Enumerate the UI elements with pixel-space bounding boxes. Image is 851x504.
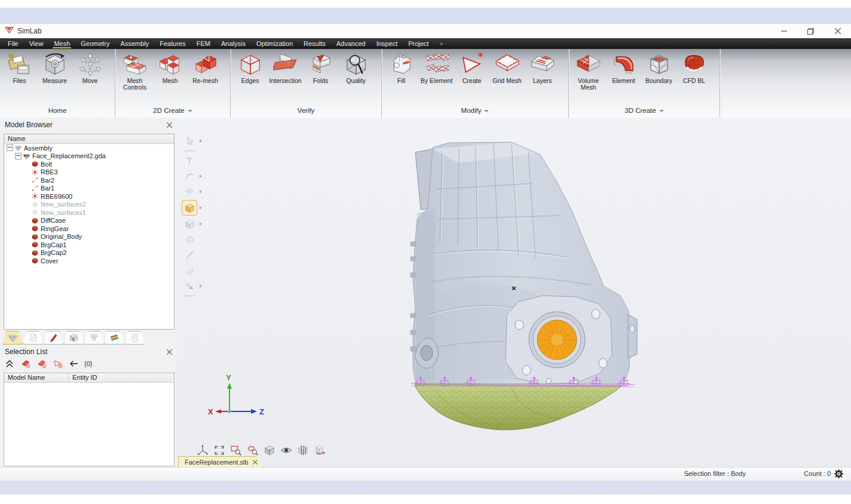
tree-item-diffcase[interactable]: DiffCase bbox=[4, 217, 174, 225]
menu-item-assembly[interactable]: Assembly bbox=[115, 38, 155, 49]
panel-tab-script-tab-icon[interactable] bbox=[125, 331, 145, 345]
tree-item-original-body[interactable]: Original_Body bbox=[4, 233, 174, 241]
ribbon-fill-button[interactable]: Fill bbox=[384, 52, 419, 84]
transmission-case-model[interactable]: × bbox=[411, 142, 637, 430]
gear-icon[interactable] bbox=[834, 469, 844, 479]
tree-item-new-surfaces1[interactable]: New_surfaces1 bbox=[4, 208, 174, 217]
panel-tab-bodies-tab-icon[interactable] bbox=[3, 331, 23, 345]
filter-tool-needle-icon[interactable] bbox=[182, 248, 197, 262]
ribbon-mesh-controls-button[interactable]: Mesh Controls bbox=[117, 52, 152, 91]
expander-icon[interactable] bbox=[15, 153, 22, 159]
panel-tab-cube-n-tab-icon[interactable]: N bbox=[64, 331, 84, 345]
menu-item-fem[interactable]: FEM bbox=[191, 38, 216, 49]
viewport-3d[interactable]: × Y Z X FaceReplacement.slb bbox=[177, 118, 851, 468]
menu-item-analysis[interactable]: Analysis bbox=[216, 38, 251, 49]
menu-item-file[interactable]: File bbox=[2, 38, 24, 49]
filter-tool-face-icon[interactable] bbox=[182, 185, 197, 199]
view-tool-zoom-window-icon[interactable] bbox=[229, 444, 243, 457]
view-tool-mesh-display-icon[interactable] bbox=[263, 444, 276, 457]
ribbon-boundary-button[interactable]: Boundary bbox=[641, 52, 676, 84]
panel-tab-eraser-tab-icon[interactable] bbox=[105, 331, 124, 345]
menu-item-geometry[interactable]: Geometry bbox=[75, 38, 115, 49]
menu-item-optimization[interactable]: Optimization bbox=[251, 38, 298, 49]
ribbon-files-button[interactable]: Files bbox=[2, 52, 37, 84]
filter-tool-plane-icon[interactable] bbox=[182, 263, 197, 278]
tree-item-bar2[interactable]: Bar2 bbox=[4, 176, 174, 185]
close-button[interactable] bbox=[824, 24, 851, 38]
filter-tool-cursor-icon[interactable] bbox=[182, 134, 197, 148]
expander-icon[interactable] bbox=[7, 145, 13, 151]
tree-item-ringgear[interactable]: RingGear bbox=[4, 225, 174, 233]
menu-item-advanced[interactable]: Advanced bbox=[331, 38, 371, 49]
filter-tool-cube-icon[interactable] bbox=[182, 217, 197, 231]
selection-list-close-icon[interactable] bbox=[167, 349, 172, 355]
menu-item-mesh[interactable]: Mesh bbox=[48, 38, 75, 49]
panel-tab-spheres-tab-icon[interactable] bbox=[84, 331, 104, 345]
filter-tool-sphere-icon[interactable] bbox=[182, 232, 197, 247]
selection-tool-clear-body2-icon[interactable] bbox=[36, 358, 48, 370]
filter-tool-big-arrow-icon[interactable] bbox=[182, 279, 197, 293]
view-tool-zoom-lasso-icon[interactable] bbox=[246, 444, 259, 457]
flyout-arrow-icon[interactable] bbox=[200, 206, 202, 210]
ribbon-element-button[interactable]: Element bbox=[606, 52, 641, 84]
panel-tab-pen-tab-icon[interactable] bbox=[44, 331, 63, 345]
view-tool-fit-icon[interactable] bbox=[213, 444, 226, 457]
ribbon-layers-button[interactable]: Layers bbox=[525, 52, 560, 84]
tree-item-brgcap2[interactable]: BrgCap2 bbox=[4, 249, 174, 257]
view-tool-hide-internal-icon[interactable] bbox=[296, 444, 310, 457]
menu-item-plus[interactable]: + bbox=[434, 38, 448, 49]
tree-item-rbe3[interactable]: RBE3 bbox=[4, 168, 174, 177]
tree-item-bar1[interactable]: Bar1 bbox=[4, 185, 174, 193]
selection-tool-clear-face-icon[interactable] bbox=[52, 358, 64, 370]
model-browser-close-icon[interactable] bbox=[167, 122, 172, 128]
ribbon-folds-button[interactable]: Folds bbox=[303, 52, 338, 84]
ribbon-re-mesh-button[interactable]: Re-mesh bbox=[188, 52, 223, 84]
ribbon-edges-button[interactable]: Edges bbox=[232, 52, 268, 84]
ribbon-grid-mesh-button[interactable]: Grid Mesh bbox=[489, 52, 525, 84]
view-tool-visibility-icon[interactable] bbox=[280, 444, 293, 457]
tree-item-face-replacement2-gda[interactable]: Face_Replacement2.gda bbox=[4, 152, 174, 161]
filter-tool-cube-select-icon[interactable] bbox=[182, 200, 197, 216]
ribbon-by-element-button[interactable]: By Element bbox=[419, 52, 454, 84]
panel-tab-tag-tab-icon[interactable] bbox=[23, 331, 43, 345]
tree-item-assembly[interactable]: Assembly bbox=[4, 144, 174, 152]
selection-tool-collapse-icon[interactable] bbox=[4, 358, 16, 370]
tree-item-rbe69600[interactable]: RBE69600 bbox=[4, 192, 174, 201]
ribbon-intersection-button[interactable]: Intersection bbox=[268, 52, 303, 84]
ribbon-caption-modify[interactable]: Modify bbox=[382, 103, 568, 118]
document-tab[interactable]: FaceReplacement.slb bbox=[178, 456, 263, 468]
flyout-arrow-icon[interactable] bbox=[200, 174, 202, 178]
flyout-arrow-icon[interactable] bbox=[200, 222, 202, 226]
ribbon-quality-button[interactable]: Quality bbox=[338, 52, 374, 84]
menu-item-results[interactable]: Results bbox=[298, 38, 331, 49]
document-tab-close-icon[interactable] bbox=[253, 460, 258, 465]
ribbon-create-button[interactable]: Create bbox=[454, 52, 489, 84]
filter-tool-curve-icon[interactable] bbox=[182, 169, 197, 183]
selection-tool-back-arrow-icon[interactable] bbox=[68, 358, 80, 370]
tree-item-cover[interactable]: Cover bbox=[4, 257, 174, 265]
filter-tool-curve-t-icon[interactable] bbox=[182, 153, 197, 168]
selection-tool-clear-body-icon[interactable] bbox=[20, 358, 32, 370]
tree-item-bolt[interactable]: Bolt bbox=[4, 160, 174, 168]
ribbon-cfd-bl-button[interactable]: CFD BL bbox=[676, 52, 712, 84]
ribbon-move-button[interactable]: Move bbox=[72, 52, 108, 84]
tree-item-new-surfaces2[interactable]: New_surfaces2 bbox=[4, 201, 174, 209]
ribbon-caption-3d-create[interactable]: 3D Create bbox=[569, 103, 720, 118]
minimize-button[interactable] bbox=[770, 24, 797, 38]
flyout-arrow-icon[interactable] bbox=[200, 284, 202, 288]
view-tool-rotate-model-icon[interactable] bbox=[313, 444, 326, 457]
viewport-canvas[interactable]: × Y Z X bbox=[177, 118, 851, 468]
flyout-arrow-icon[interactable] bbox=[200, 190, 202, 193]
view-tool-triad-tool-icon[interactable] bbox=[196, 444, 209, 457]
maximize-button[interactable] bbox=[797, 24, 824, 38]
menu-item-features[interactable]: Features bbox=[154, 38, 191, 49]
menu-item-view[interactable]: View bbox=[24, 38, 49, 49]
ribbon-mesh-button[interactable]: Mesh bbox=[152, 52, 188, 84]
ribbon-volume-mesh-button[interactable]: Volume Mesh bbox=[571, 52, 606, 91]
ribbon-measure-button[interactable]: Measure bbox=[37, 52, 72, 84]
menu-item-inspect[interactable]: Inspect bbox=[371, 38, 403, 49]
menu-item-project[interactable]: Project bbox=[403, 38, 434, 49]
tree-item-brgcap1[interactable]: BrgCap1 bbox=[4, 241, 174, 249]
flyout-arrow-icon[interactable] bbox=[200, 139, 202, 143]
ribbon-caption-2d-create[interactable]: 2D Create bbox=[115, 103, 230, 118]
